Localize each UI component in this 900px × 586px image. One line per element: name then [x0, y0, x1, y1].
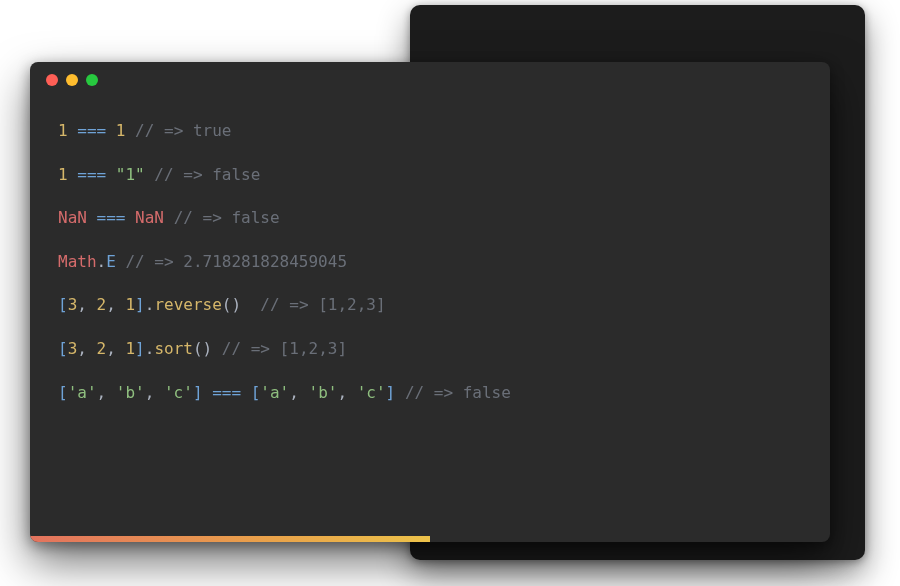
code-token [164, 208, 174, 227]
code-token: NaN [135, 208, 164, 227]
code-token: 1 [125, 295, 135, 314]
code-token [395, 383, 405, 402]
code-token: 'b' [116, 383, 145, 402]
code-token: . [145, 339, 155, 358]
code-token: [ [58, 295, 68, 314]
code-token: ] [135, 339, 145, 358]
maximize-icon[interactable] [86, 74, 98, 86]
code-token: () [222, 295, 241, 314]
code-line: [3, 2, 1].sort() // => [1,2,3] [58, 338, 802, 360]
close-icon[interactable] [46, 74, 58, 86]
code-line: Math.E // => 2.718281828459045 [58, 251, 802, 273]
code-token: [ [58, 339, 68, 358]
code-token: === [68, 121, 116, 140]
code-token: // => false [154, 165, 260, 184]
code-token: 1 [58, 121, 68, 140]
code-token: [ [58, 383, 68, 402]
code-token: 'a' [68, 383, 97, 402]
code-token: 'c' [164, 383, 193, 402]
code-token: === [203, 383, 251, 402]
code-token: ] [193, 383, 203, 402]
code-token: , [106, 295, 125, 314]
code-token: 3 [68, 339, 78, 358]
code-token: , [97, 383, 116, 402]
progress-bar[interactable] [30, 536, 430, 542]
code-line: [3, 2, 1].reverse() // => [1,2,3] [58, 294, 802, 316]
code-token [241, 295, 260, 314]
code-token: 'c' [357, 383, 386, 402]
code-token: , [77, 339, 96, 358]
code-token: , [145, 383, 164, 402]
code-token: 1 [116, 121, 126, 140]
code-token: 2 [97, 295, 107, 314]
code-token: // => 2.718281828459045 [125, 252, 347, 271]
code-token: // => false [174, 208, 280, 227]
code-token: . [97, 252, 107, 271]
window-titlebar [30, 62, 830, 98]
code-token: === [68, 165, 116, 184]
code-token: ] [386, 383, 396, 402]
code-token: 2 [97, 339, 107, 358]
code-token: () [193, 339, 212, 358]
code-token: 'a' [260, 383, 289, 402]
code-token: reverse [154, 295, 221, 314]
code-token: E [106, 252, 116, 271]
code-block: 1 === 1 // => true1 === "1" // => falseN… [30, 98, 830, 536]
code-token [116, 252, 126, 271]
code-token: , [106, 339, 125, 358]
code-token: 3 [68, 295, 78, 314]
code-token: === [87, 208, 135, 227]
code-line: 1 === 1 // => true [58, 120, 802, 142]
code-token: // => [1,2,3] [260, 295, 385, 314]
code-token: [ [251, 383, 261, 402]
code-token: sort [154, 339, 193, 358]
code-line: NaN === NaN // => false [58, 207, 802, 229]
code-token: 1 [125, 339, 135, 358]
code-token: . [145, 295, 155, 314]
code-line: ['a', 'b', 'c'] === ['a', 'b', 'c'] // =… [58, 382, 802, 404]
code-token: ] [135, 295, 145, 314]
code-token [212, 339, 222, 358]
code-line: 1 === "1" // => false [58, 164, 802, 186]
code-token: , [289, 383, 308, 402]
code-token: "1" [116, 165, 145, 184]
code-token: // => false [405, 383, 511, 402]
code-token: NaN [58, 208, 87, 227]
code-token [125, 121, 135, 140]
code-token: 1 [58, 165, 68, 184]
code-token [145, 165, 155, 184]
code-token: Math [58, 252, 97, 271]
code-token: // => [1,2,3] [222, 339, 347, 358]
code-token: 'b' [309, 383, 338, 402]
minimize-icon[interactable] [66, 74, 78, 86]
code-editor-window: 1 === 1 // => true1 === "1" // => falseN… [30, 62, 830, 542]
code-token: // => true [135, 121, 231, 140]
code-token: , [77, 295, 96, 314]
code-token: , [337, 383, 356, 402]
